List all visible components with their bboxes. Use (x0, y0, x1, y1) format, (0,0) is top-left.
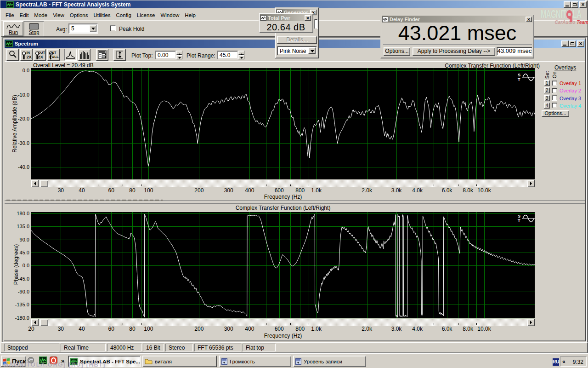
x-tick-label: 4.0k (407, 187, 428, 194)
overlay-on-checkbox-4[interactable] (552, 103, 557, 108)
stop-button[interactable]: Stop (24, 21, 44, 36)
window-title: SpectraLAB - FFT Spectral Analysis Syste… (16, 1, 130, 8)
taskbar-button-4[interactable]: Уровень записи (293, 356, 366, 367)
menu-config[interactable]: Config (113, 12, 134, 19)
taskbar-button-2[interactable]: виталя (142, 356, 217, 367)
menu-help[interactable]: Help (182, 12, 198, 19)
avg-combo-arrow-icon[interactable] (89, 25, 96, 32)
overlays-options-button[interactable]: Options... (542, 110, 569, 117)
status-channels: Stereo (165, 344, 193, 351)
x-tick-label: 20 (21, 326, 41, 332)
plot-top-input[interactable]: 0.00 (155, 51, 176, 59)
delay-finder-options-button[interactable]: Options... (384, 47, 410, 56)
zoom-out-full-button[interactable]: OUTFULL (47, 49, 60, 61)
generator-details-button[interactable]: Details... (277, 36, 317, 44)
menu-view[interactable]: View (50, 12, 67, 19)
spin-up-icon[interactable] (238, 51, 244, 55)
overlay-on-checkbox-3[interactable] (552, 95, 557, 101)
autoscale-button[interactable] (113, 49, 126, 61)
scrollbar-thumb[interactable] (40, 180, 48, 187)
status-window-type: Flat top (243, 344, 276, 351)
total-pwr-titlebar[interactable]: Total Pwr × (260, 14, 312, 21)
trace-channel-icon: ST (516, 213, 535, 225)
apply-processing-delay-button[interactable]: Apply to Processing Delay --> (413, 47, 495, 56)
taskbar-button-3[interactable]: Громкость (219, 356, 291, 367)
start-button[interactable]: Пуск (1, 356, 26, 367)
generator-edit-fragment (314, 19, 318, 29)
zoom-button[interactable] (6, 49, 19, 61)
menu-window[interactable]: Window (158, 12, 182, 19)
spectrum-minimize-button[interactable] (561, 40, 569, 47)
y-tick-label: -30.0 (12, 140, 29, 146)
zoom-in-icon (22, 51, 26, 60)
scroll-left-button[interactable] (31, 319, 39, 326)
overlay-on-checkbox-2[interactable] (552, 88, 557, 93)
quicklaunch-opera-icon[interactable] (50, 356, 58, 365)
tray-chevron[interactable]: « (562, 358, 565, 365)
x-tick-label: 6.0k (437, 187, 457, 194)
menu-file[interactable]: File (3, 12, 17, 19)
spin-down-icon[interactable] (176, 55, 182, 59)
bar-plot-mode-button[interactable] (78, 49, 90, 61)
scrollbar-track[interactable] (39, 319, 527, 326)
phase-scrollbar[interactable] (31, 319, 535, 326)
avg-label: Avg: (56, 26, 67, 33)
scroll-left-button[interactable] (31, 180, 39, 187)
generator-signal-value: Pink Noise (280, 48, 306, 54)
scroll-right-button[interactable] (527, 180, 535, 187)
x-tick (434, 184, 434, 186)
close-button[interactable]: × (579, 1, 587, 8)
menu-license[interactable]: License (134, 12, 158, 19)
tray-language-indicator[interactable]: RU (553, 358, 559, 366)
plot-top-spinner[interactable] (176, 51, 182, 59)
overlay-set-button-4[interactable]: 4 (544, 103, 550, 109)
scrollbar-thumb[interactable] (40, 319, 48, 326)
overlay-on-checkbox-1[interactable] (552, 80, 557, 86)
line-plot-mode-button[interactable] (64, 49, 77, 61)
scrollbar-track[interactable] (39, 180, 527, 187)
x-tick (98, 323, 98, 325)
generator-combo-arrow-icon[interactable] (308, 47, 316, 54)
zoom-out-2x-button[interactable]: OUT2X (34, 49, 46, 61)
overlay-set-button-3[interactable]: 3 (544, 95, 550, 101)
taskbar-button-1[interactable]: SpectraLAB - FFT Spe... (68, 356, 141, 367)
total-pwr-close-button[interactable]: × (305, 15, 311, 21)
overlay-set-button-1[interactable]: 1 (544, 80, 550, 86)
generator-signal-combo[interactable]: Pink Noise (277, 46, 317, 55)
run-icon (6, 23, 20, 29)
overlay-label-3: Overlay 3 (560, 95, 581, 101)
overlay-set-button-2[interactable]: 2 (544, 87, 550, 93)
maximize-button[interactable] (571, 1, 578, 8)
plot-range-input[interactable]: 45.0 (217, 51, 238, 59)
x-tick (141, 184, 141, 186)
quicklaunch-spectralab-icon[interactable] (39, 356, 47, 365)
magnitude-scrollbar[interactable] (31, 180, 535, 187)
delay-finder-separator (383, 44, 532, 45)
avg-combo[interactable]: 5 (68, 23, 98, 34)
display-options-button[interactable] (96, 49, 108, 61)
pane-splitter[interactable] (6, 200, 163, 201)
spin-up-icon[interactable] (176, 51, 182, 55)
app-icon (6, 1, 14, 8)
taskbar-button-label: Уровень записи (304, 359, 342, 364)
menu-mode[interactable]: Mode (31, 12, 50, 19)
zoom-in-2x-button[interactable]: IN2X (20, 49, 33, 61)
spectrum-close-button[interactable]: × (577, 40, 584, 47)
run-button[interactable]: Run (3, 21, 23, 36)
menu-options[interactable]: Options (67, 12, 91, 19)
x-tick-label: 400 (239, 187, 260, 194)
x-tick-label: 6.0k (437, 326, 457, 332)
menu-edit[interactable]: Edit (17, 12, 32, 19)
scroll-right-button[interactable] (527, 319, 535, 326)
quicklaunch-chevron[interactable]: » (61, 357, 64, 364)
plot-range-spinner[interactable] (238, 51, 244, 59)
minimize-button[interactable] (564, 1, 571, 8)
peak-hold-checkbox[interactable] (110, 25, 116, 31)
spectrum-maximize-button[interactable] (569, 40, 576, 47)
x-tick-label: 1.0k (306, 187, 327, 194)
spin-down-icon[interactable] (238, 55, 244, 59)
quicklaunch-desktop-icon[interactable] (27, 356, 35, 365)
menu-utilities[interactable]: Utilities (91, 12, 113, 19)
overlays-set-label: Set (544, 70, 550, 80)
total-pwr-icon (260, 15, 266, 21)
